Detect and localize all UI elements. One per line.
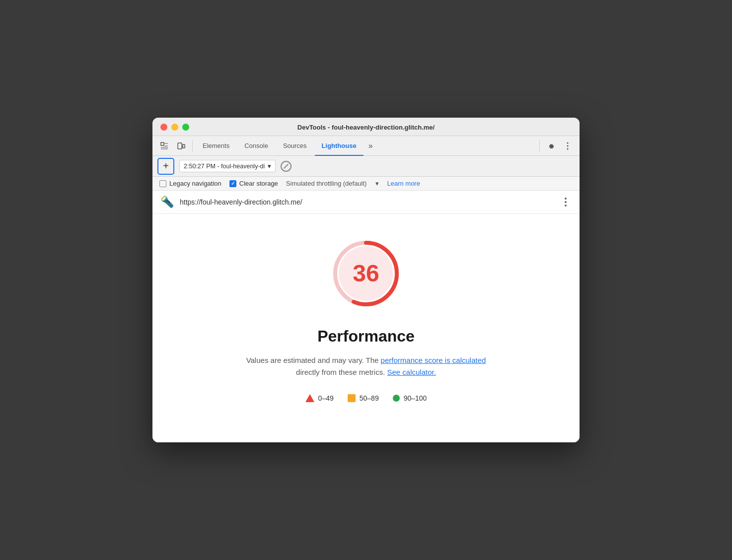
score-gauge: 36 bbox=[326, 234, 406, 313]
inspect-element-button[interactable] bbox=[156, 138, 172, 154]
maximize-button[interactable] bbox=[182, 124, 189, 131]
clear-storage-label: Clear storage bbox=[239, 180, 278, 187]
performance-score: 36 bbox=[353, 262, 379, 285]
lighthouse-options: Legacy navigation Clear storage Simulate… bbox=[152, 177, 580, 191]
desc-prefix: Values are estimated and may vary. The bbox=[246, 356, 379, 364]
settings-button[interactable] bbox=[543, 138, 559, 154]
score-legend: 0–49 50–89 90–100 bbox=[305, 394, 427, 402]
session-selector[interactable]: 2:50:27 PM - foul-heavenly-di ▾ bbox=[179, 160, 276, 172]
clear-storage-checkbox-item[interactable]: Clear storage bbox=[229, 180, 278, 187]
clear-cache-button[interactable] bbox=[281, 161, 292, 172]
svg-rect-2 bbox=[183, 144, 185, 148]
performance-title: Performance bbox=[317, 327, 415, 346]
tab-lighthouse[interactable]: Lighthouse bbox=[315, 136, 364, 156]
svg-rect-1 bbox=[178, 143, 182, 149]
svg-point-3 bbox=[567, 142, 569, 143]
legend-red-item: 0–49 bbox=[305, 394, 334, 402]
minimize-button[interactable] bbox=[171, 124, 178, 131]
toolbar-divider-1 bbox=[192, 140, 193, 152]
performance-description: Values are estimated and may vary. The p… bbox=[246, 354, 486, 378]
legend-yellow-range: 50–89 bbox=[360, 394, 379, 402]
legend-yellow-item: 50–89 bbox=[348, 394, 379, 402]
throttling-label: Simulated throttling (default) bbox=[286, 180, 367, 187]
legend-red-range: 0–49 bbox=[318, 394, 334, 402]
dropdown-arrow-icon: ▾ bbox=[268, 162, 271, 170]
traffic-lights bbox=[160, 124, 189, 131]
lighthouse-content: 36 Performance Values are estimated and … bbox=[152, 214, 580, 442]
legacy-navigation-checkbox[interactable] bbox=[159, 180, 166, 187]
new-report-button[interactable]: + bbox=[157, 158, 174, 175]
more-options-button[interactable] bbox=[560, 138, 576, 154]
window-title: DevTools - foul-heavenly-direction.glitc… bbox=[297, 124, 435, 131]
legend-red-icon bbox=[305, 394, 314, 402]
devtools-window: DevTools - foul-heavenly-direction.glitc… bbox=[152, 118, 580, 442]
session-text: 2:50:27 PM - foul-heavenly-di bbox=[184, 163, 265, 170]
legend-green-item: 90–100 bbox=[393, 394, 427, 402]
desc-middle: directly from these metrics. bbox=[296, 368, 385, 376]
url-row: 🔦 https://foul-heavenly-direction.glitch… bbox=[152, 191, 580, 214]
svg-point-4 bbox=[567, 145, 569, 146]
clear-storage-checkbox[interactable] bbox=[229, 180, 236, 187]
legend-green-range: 90–100 bbox=[404, 394, 427, 402]
calculator-link[interactable]: See calculator. bbox=[387, 368, 436, 376]
toolbar-divider-2 bbox=[539, 140, 540, 152]
tab-elements[interactable]: Elements bbox=[196, 136, 236, 156]
gauge-inner-circle: 36 bbox=[339, 246, 393, 301]
performance-score-link[interactable]: performance score is calculated bbox=[381, 356, 486, 364]
device-toolbar-button[interactable] bbox=[173, 138, 189, 154]
legacy-navigation-checkbox-item[interactable]: Legacy navigation bbox=[159, 180, 221, 187]
url-more-options-button[interactable] bbox=[560, 196, 572, 208]
legend-yellow-icon bbox=[348, 394, 356, 402]
svg-point-5 bbox=[567, 148, 569, 149]
tab-console[interactable]: Console bbox=[237, 136, 275, 156]
legend-green-icon bbox=[393, 395, 400, 402]
lighthouse-logo-icon: 🔦 bbox=[160, 196, 174, 209]
legacy-navigation-label: Legacy navigation bbox=[169, 180, 221, 187]
tab-sources[interactable]: Sources bbox=[276, 136, 314, 156]
report-url: https://foul-heavenly-direction.glitch.m… bbox=[180, 198, 554, 206]
throttling-dropdown-arrow-icon[interactable]: ▾ bbox=[375, 180, 379, 187]
tab-more-button[interactable]: » bbox=[365, 136, 377, 156]
close-button[interactable] bbox=[160, 124, 167, 131]
learn-more-link[interactable]: Learn more bbox=[387, 180, 420, 187]
svg-rect-0 bbox=[161, 142, 164, 145]
lighthouse-toolbar: + 2:50:27 PM - foul-heavenly-di ▾ bbox=[152, 156, 580, 177]
devtools-toolbar: Elements Console Sources Lighthouse » bbox=[152, 136, 580, 156]
title-bar: DevTools - foul-heavenly-direction.glitc… bbox=[152, 118, 580, 136]
